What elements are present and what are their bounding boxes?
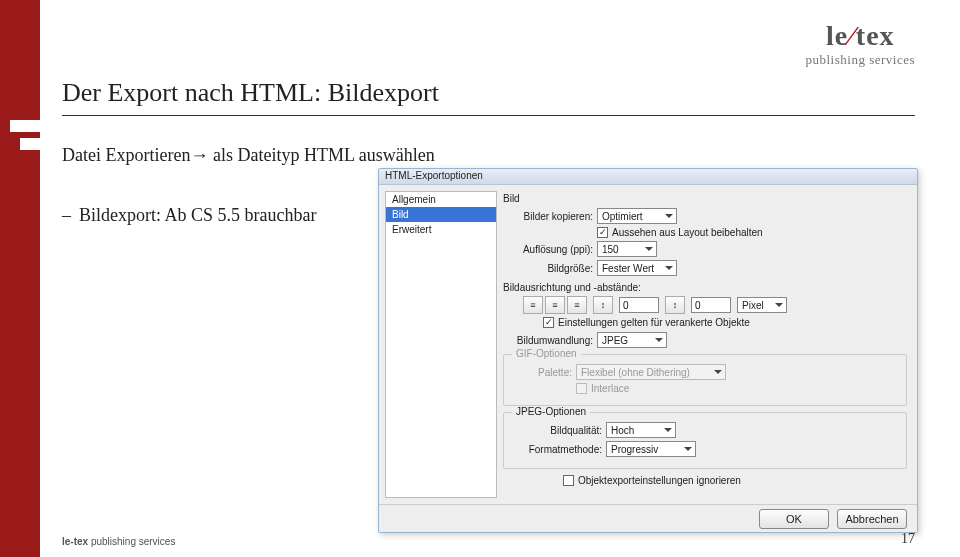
conversion-select[interactable]: JPEG xyxy=(597,332,667,348)
jpeg-legend: JPEG-Optionen xyxy=(512,406,590,417)
logo-wordmark: le⁄tex xyxy=(805,20,915,52)
gif-options-fieldset: GIF-Optionen Palette: Flexibel (ohne Dit… xyxy=(503,354,907,406)
space-before-input[interactable]: 0 xyxy=(619,297,659,313)
alignment-label: Bildausrichtung und -abstände: xyxy=(503,282,907,293)
copy-images-label: Bilder kopieren: xyxy=(503,211,593,222)
checkbox-icon: ✓ xyxy=(543,317,554,328)
resolution-value: 150 xyxy=(602,244,619,255)
image-size-label: Bildgröße: xyxy=(503,263,593,274)
conversion-value: JPEG xyxy=(602,335,628,346)
ok-button[interactable]: OK xyxy=(759,509,829,529)
checkbox-icon xyxy=(576,383,587,394)
palette-value: Flexibel (ohne Dithering) xyxy=(581,367,690,378)
conversion-label: Bildumwandlung: xyxy=(503,335,593,346)
logo-slash-icon: ⁄ xyxy=(849,20,855,51)
quality-value: Hoch xyxy=(611,425,634,436)
space-after-input[interactable]: 0 xyxy=(691,297,731,313)
dialog-side-list[interactable]: Allgemein Bild Erweitert xyxy=(385,191,497,498)
interlace-checkbox: Interlace xyxy=(576,383,629,394)
resolution-label: Auflösung (ppi): xyxy=(503,244,593,255)
left-accent-bar xyxy=(0,0,40,557)
keep-layout-checkbox[interactable]: ✓ Aussehen aus Layout beibehalten xyxy=(597,227,763,238)
space-before-value: 0 xyxy=(623,300,629,311)
resolution-select[interactable]: 150 xyxy=(597,241,657,257)
dialog-main-panel: Bild Bilder kopieren: Optimiert ✓ Ausseh… xyxy=(503,185,917,504)
ignore-export-settings-checkbox[interactable]: Objektexporteinstellungen ignorieren xyxy=(563,475,741,486)
dialog-footer: OK Abbrechen xyxy=(379,504,917,532)
image-size-value: Fester Wert xyxy=(602,263,654,274)
title-underline xyxy=(62,115,915,116)
spacing-unit-value: Pixel xyxy=(742,300,764,311)
gif-legend: GIF-Optionen xyxy=(512,348,581,359)
copy-images-select[interactable]: Optimiert xyxy=(597,208,677,224)
slide-footer: le-tex publishing services xyxy=(62,536,175,547)
quality-select[interactable]: Hoch xyxy=(606,422,676,438)
logo-part-a: le xyxy=(826,20,848,51)
bullet-text: Bildexport: Ab CS 5.5 brauchbar xyxy=(79,205,316,225)
brand-logo: le⁄tex publishing services xyxy=(805,20,915,68)
interlace-label: Interlace xyxy=(591,383,629,394)
panel-heading: Bild xyxy=(503,193,907,204)
side-item-erweitert[interactable]: Erweitert xyxy=(386,222,496,237)
palette-select: Flexibel (ohne Dithering) xyxy=(576,364,726,380)
space-before-icon[interactable]: ↕ xyxy=(593,296,613,314)
footer-text: publishing services xyxy=(88,536,175,547)
html-export-options-dialog: HTML-Exportoptionen Allgemein Bild Erwei… xyxy=(378,168,918,533)
bullet-dash-icon: – xyxy=(62,205,71,225)
space-after-value: 0 xyxy=(695,300,701,311)
page-number: 17 xyxy=(901,531,915,547)
cancel-button[interactable]: Abbrechen xyxy=(837,509,907,529)
logo-part-b: tex xyxy=(856,20,895,51)
palette-label: Palette: xyxy=(512,367,572,378)
footer-brand: le-tex xyxy=(62,536,88,547)
dialog-title: HTML-Exportoptionen xyxy=(379,169,917,185)
copy-images-value: Optimiert xyxy=(602,211,643,222)
align-right-icon[interactable]: ≡ xyxy=(567,296,587,314)
quality-label: Bildqualität: xyxy=(512,425,602,436)
slide-bullet: –Bildexport: Ab CS 5.5 brauchbar xyxy=(62,205,316,226)
space-after-icon[interactable]: ↕ xyxy=(665,296,685,314)
checkbox-icon: ✓ xyxy=(597,227,608,238)
format-method-label: Formatmethode: xyxy=(512,444,602,455)
slide-title: Der Export nach HTML: Bildexport xyxy=(62,78,439,108)
logo-subtitle: publishing services xyxy=(805,52,915,68)
accent-notch xyxy=(10,120,40,132)
align-left-icon[interactable]: ≡ xyxy=(523,296,543,314)
side-item-bild[interactable]: Bild xyxy=(386,207,496,222)
anchored-objects-label: Einstellungen gelten für verankerte Obje… xyxy=(558,317,750,328)
checkbox-icon xyxy=(563,475,574,486)
dialog-body: Allgemein Bild Erweitert Bild Bilder kop… xyxy=(379,185,917,504)
format-method-select[interactable]: Progressiv xyxy=(606,441,696,457)
ignore-export-settings-label: Objektexporteinstellungen ignorieren xyxy=(578,475,741,486)
alignment-buttons: ≡ ≡ ≡ xyxy=(523,296,587,314)
image-size-select[interactable]: Fester Wert xyxy=(597,260,677,276)
format-method-value: Progressiv xyxy=(611,444,658,455)
anchored-objects-checkbox[interactable]: ✓ Einstellungen gelten für verankerte Ob… xyxy=(543,317,750,328)
slide-intro-line: Datei Exportieren→ als Dateityp HTML aus… xyxy=(62,145,435,166)
spacing-unit-select[interactable]: Pixel xyxy=(737,297,787,313)
keep-layout-label: Aussehen aus Layout beibehalten xyxy=(612,227,763,238)
jpeg-options-fieldset: JPEG-Optionen Bildqualität: Hoch Formatm… xyxy=(503,412,907,469)
align-center-icon[interactable]: ≡ xyxy=(545,296,565,314)
side-item-allgemein[interactable]: Allgemein xyxy=(386,192,496,207)
accent-notch xyxy=(20,138,40,150)
